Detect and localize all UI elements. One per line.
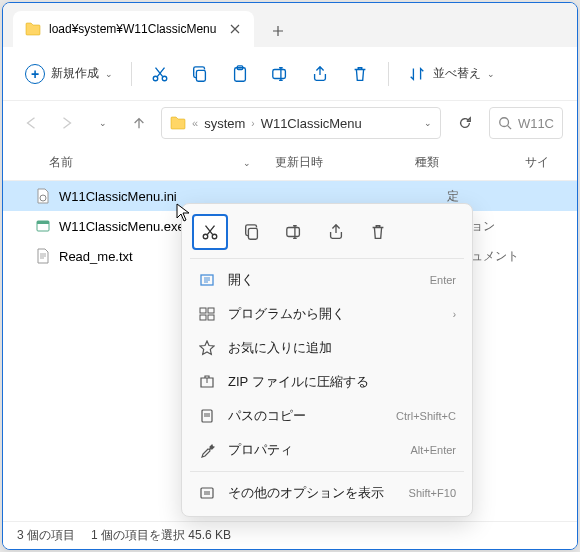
more-icon: [198, 484, 216, 502]
cut-button[interactable]: [142, 58, 178, 90]
chevron-right-icon: ›: [251, 118, 254, 129]
ctx-delete-button[interactable]: [360, 214, 396, 250]
new-button-label: 新規作成: [51, 65, 99, 82]
breadcrumb-segment[interactable]: W11ClassicMenu: [261, 116, 362, 131]
svg-rect-15: [200, 308, 206, 313]
up-button[interactable]: [125, 109, 153, 137]
rename-button[interactable]: [262, 58, 298, 90]
copy-icon: [190, 64, 210, 84]
breadcrumb-segment[interactable]: system: [204, 116, 245, 131]
sort-button[interactable]: 並べ替え ⌄: [399, 58, 503, 90]
context-icon-row: [188, 210, 466, 254]
file-name: W11ClassicMenu.ini: [59, 189, 259, 204]
svg-rect-16: [208, 308, 214, 313]
svg-point-1: [162, 76, 167, 81]
ctx-open[interactable]: 開く Enter: [188, 263, 466, 297]
column-type[interactable]: 種類: [403, 154, 513, 171]
ctx-label: お気に入りに追加: [228, 339, 456, 357]
exe-file-icon: [35, 218, 51, 234]
selection-info: 1 個の項目を選択 45.6 KB: [91, 527, 231, 544]
chevron-down-icon: ⌄: [105, 69, 113, 79]
chevron-down-icon: ⌄: [99, 118, 107, 128]
ctx-accel: Ctrl+Shift+C: [396, 410, 456, 422]
open-with-icon: [198, 305, 216, 323]
plus-circle-icon: +: [25, 64, 45, 84]
new-tab-button[interactable]: [262, 15, 294, 47]
column-date[interactable]: 更新日時: [263, 154, 403, 171]
search-box[interactable]: W11C: [489, 107, 563, 139]
share-button[interactable]: [302, 58, 338, 90]
chevron-down-icon: ⌄: [243, 158, 251, 168]
ctx-zip[interactable]: ZIP ファイルに圧縮する: [188, 365, 466, 399]
search-placeholder: W11C: [518, 116, 554, 131]
separator: [131, 62, 132, 86]
ctx-share-button[interactable]: [318, 214, 354, 250]
column-size[interactable]: サイ: [513, 154, 577, 171]
ctx-accel: Shift+F10: [409, 487, 456, 499]
ctx-copy-button[interactable]: [234, 214, 270, 250]
ctx-favorite[interactable]: お気に入りに追加: [188, 331, 466, 365]
forward-button[interactable]: [53, 109, 81, 137]
search-icon: [498, 116, 512, 130]
status-bar: 3 個の項目 1 個の項目を選択 45.6 KB: [3, 521, 577, 549]
open-icon: [198, 271, 216, 289]
svg-point-10: [203, 234, 208, 239]
ctx-label: プロパティ: [228, 441, 398, 459]
copy-button[interactable]: [182, 58, 218, 90]
ctx-label: ZIP ファイルに圧縮する: [228, 373, 456, 391]
svg-rect-12: [248, 228, 257, 239]
sort-button-label: 並べ替え: [433, 65, 481, 82]
ctx-label: その他のオプションを表示: [228, 484, 397, 502]
nav-bar: ⌄ « system › W11ClassicMenu ⌄ W11C: [3, 101, 577, 145]
svg-rect-18: [208, 315, 214, 320]
ctx-rename-button[interactable]: [276, 214, 312, 250]
ctx-accel: Alt+Enter: [410, 444, 456, 456]
refresh-button[interactable]: [449, 107, 481, 139]
chevron-left-icon: «: [192, 117, 198, 129]
folder-icon: [170, 116, 186, 130]
svg-rect-9: [37, 221, 49, 224]
column-headers: 名前⌄ 更新日時 種類 サイ: [3, 145, 577, 181]
svg-point-11: [212, 234, 217, 239]
titlebar: load¥system¥W11ClassicMenu: [3, 3, 577, 47]
star-icon: [198, 339, 216, 357]
sort-icon: [407, 64, 427, 84]
recent-button[interactable]: ⌄: [89, 109, 117, 137]
separator: [388, 62, 389, 86]
chevron-down-icon[interactable]: ⌄: [424, 118, 432, 128]
scissors-icon: [150, 64, 170, 84]
svg-rect-17: [200, 315, 206, 320]
ctx-properties[interactable]: プロパティ Alt+Enter: [188, 433, 466, 467]
paste-icon: [230, 64, 250, 84]
tab-title: load¥system¥W11ClassicMenu: [49, 22, 216, 36]
ctx-open-with[interactable]: プログラムから開く ›: [188, 297, 466, 331]
delete-button[interactable]: [342, 58, 378, 90]
txt-file-icon: [35, 248, 51, 264]
back-button[interactable]: [17, 109, 45, 137]
column-name[interactable]: 名前⌄: [3, 154, 263, 171]
ini-file-icon: [35, 188, 51, 204]
trash-icon: [350, 64, 370, 84]
paste-button[interactable]: [222, 58, 258, 90]
chevron-down-icon: ⌄: [487, 69, 495, 79]
ctx-copy-path[interactable]: パスのコピー Ctrl+Shift+C: [188, 399, 466, 433]
share-icon: [310, 64, 330, 84]
folder-icon: [25, 22, 41, 36]
svg-rect-20: [201, 488, 213, 498]
active-tab[interactable]: load¥system¥W11ClassicMenu: [13, 11, 254, 47]
ctx-cut-button[interactable]: [192, 214, 228, 250]
wrench-icon: [198, 441, 216, 459]
svg-point-0: [153, 76, 158, 81]
svg-rect-2: [196, 70, 205, 81]
ctx-more-options[interactable]: その他のオプションを表示 Shift+F10: [188, 476, 466, 510]
svg-point-6: [500, 118, 509, 127]
ctx-label: プログラムから開く: [228, 305, 441, 323]
address-bar[interactable]: « system › W11ClassicMenu ⌄: [161, 107, 441, 139]
ctx-label: 開く: [228, 271, 418, 289]
new-button[interactable]: + 新規作成 ⌄: [17, 58, 121, 90]
separator: [190, 258, 464, 259]
context-menu: 開く Enter プログラムから開く › お気に入りに追加 ZIP ファイルに圧…: [181, 203, 473, 517]
item-count: 3 個の項目: [17, 527, 75, 544]
chevron-right-icon: ›: [453, 309, 456, 320]
close-tab-button[interactable]: [228, 22, 242, 36]
